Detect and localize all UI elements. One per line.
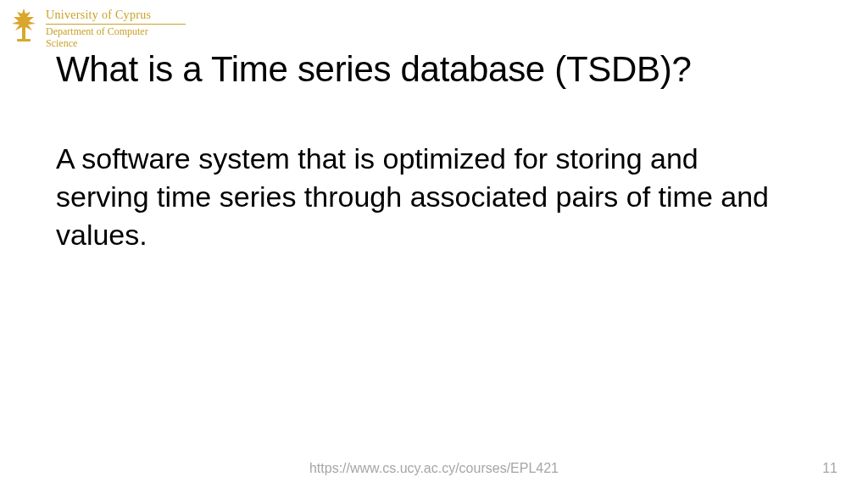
department-name-line2: Science — [46, 38, 186, 50]
institution-header: University of Cyprus Department of Compu… — [8, 7, 186, 50]
university-name: University of Cyprus — [46, 8, 186, 22]
header-divider — [46, 24, 186, 25]
university-logo-icon — [8, 7, 39, 42]
slide-title: What is a Time series database (TSDB)? — [56, 49, 692, 90]
page-number: 11 — [822, 461, 837, 476]
footer-url: https://www.cs.ucy.ac.cy/courses/EPL421 — [0, 461, 868, 476]
institution-text: University of Cyprus Department of Compu… — [46, 7, 186, 50]
department-name-line1: Department of Computer — [46, 26, 186, 38]
svg-rect-0 — [17, 39, 31, 42]
slide-body-text: A software system that is optimized for … — [56, 140, 795, 254]
